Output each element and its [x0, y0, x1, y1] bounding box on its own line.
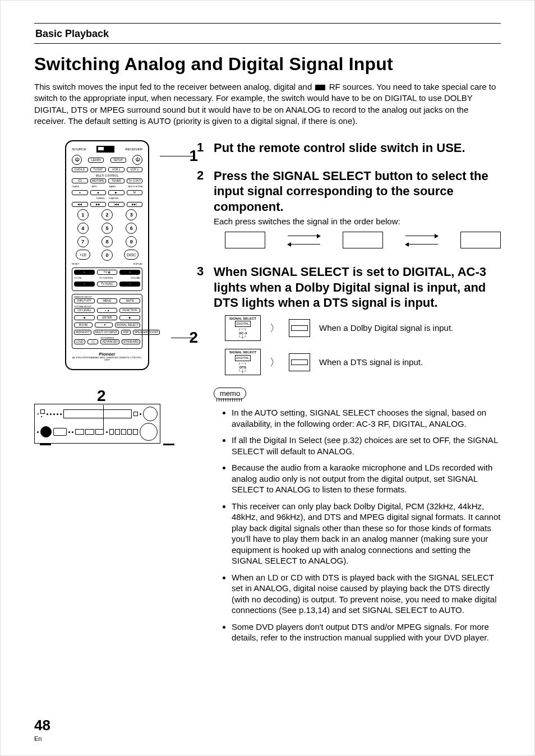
- indicator-ac3-label: AC-3: [227, 331, 259, 335]
- multi-ch-input-button: MULTI CH INPUT: [94, 330, 119, 335]
- learning-button: LEARN: [88, 158, 104, 163]
- num-6-button: 6: [126, 223, 137, 234]
- memo-item: In the AUTO setting, SIGNAL SELECT choos…: [232, 407, 501, 429]
- play-button: ▶: [108, 190, 124, 195]
- receiver-feet: [34, 444, 180, 445]
- nav-up-button: + ▲: [97, 308, 118, 313]
- rec-button: ●: [72, 190, 88, 195]
- mute-button: MUTE: [119, 298, 140, 303]
- indicator-digital-label-2: DIGITAL: [235, 355, 251, 361]
- dolby-button: ▯▯: [87, 339, 99, 344]
- memo-item: When an LD or CD with DTS is played back…: [232, 572, 501, 616]
- speaker-icon: [289, 319, 310, 337]
- indicator-signal-select-label: SIGNAL SELECT: [227, 317, 259, 321]
- tv-control-label: TV CONTROL: [99, 277, 114, 279]
- num-8-button: 8: [102, 236, 113, 247]
- memo-item: If all the Digital In Select (see p.32) …: [232, 435, 501, 457]
- step-3-number: 3: [197, 264, 207, 649]
- receiver-button-group: [53, 428, 67, 436]
- cycle-arrows-1: [288, 232, 320, 248]
- indicator-dts-text: When a DTS signal is input.: [319, 357, 501, 368]
- receiver-select-buttons: [109, 429, 139, 435]
- section-heading: Basic Playback: [34, 28, 501, 43]
- nav-right-button: ▶: [119, 315, 140, 320]
- indicator-dolby-text: When a Dolby Digital signal is input.: [319, 322, 501, 334]
- plus10-button: +10: [76, 250, 90, 260]
- intro-text-pre: This switch moves the input fed to the r…: [34, 82, 314, 91]
- step-3-heading: When SIGNAL SELECT is set to DIGITAL, AC…: [214, 264, 501, 311]
- rule-mid: [34, 43, 501, 44]
- mpx-label: MPX: [92, 186, 97, 188]
- signal-select-button: SIGNAL SELECT: [115, 322, 140, 328]
- rew-button: ◀◀: [72, 202, 88, 207]
- step-1-heading: Put the remote control slide switch in U…: [214, 140, 501, 156]
- menu-button: MENU: [97, 298, 118, 303]
- vcr2-button: VCR 2: [127, 167, 143, 172]
- power-source-button: ⏻: [72, 155, 82, 165]
- num-0-button: 0: [102, 250, 113, 261]
- receiver-mode-buttons: [75, 429, 104, 435]
- page-number: 48: [34, 717, 50, 734]
- remote-illustration: 1 2 SOURCE RECEIVER ⏻ LEARN SETUP ⏻: [34, 140, 180, 370]
- pointer-icon: 〉: [270, 356, 280, 369]
- disc-button: DISC: [124, 250, 139, 260]
- dolby-rf-icon: [315, 85, 325, 90]
- memo-item: Some DVD players don't output DTS and/or…: [232, 621, 501, 643]
- station-label: STATION: [109, 197, 118, 200]
- receiver-display: [63, 409, 132, 418]
- input-att-button: INPUT ATT: [74, 298, 95, 303]
- step-1-number: 1: [197, 140, 207, 158]
- memo-list: In the AUTO setting, SIGNAL SELECT choos…: [214, 407, 501, 643]
- receiver-volume-knob: [143, 407, 158, 421]
- tuner-button: TUNER: [108, 178, 124, 183]
- num-9-button: 9: [126, 236, 137, 247]
- nav-left-button: ◀: [74, 315, 95, 320]
- num-5-button: 5: [102, 223, 113, 234]
- cycle-state-1: [225, 232, 265, 248]
- page-title: Switching Analog and Digital Signal Inpu…: [34, 54, 501, 75]
- cycle-arrows-2: [405, 232, 438, 248]
- tv-sat-button: TV/SAT: [90, 167, 107, 172]
- receiver-illustration: 2 𝘗 ⚫︎: [34, 404, 180, 445]
- band-label: BAND: [109, 186, 116, 188]
- md-tape-button: MD/TAPE: [90, 178, 107, 183]
- tuning-label: TUNING: [96, 197, 104, 200]
- midnight-button: MIDNIGHT: [74, 330, 91, 335]
- remote-setup-button: SETUP: [110, 158, 126, 163]
- leader-line-2: [171, 338, 193, 338]
- prev-button: |◀◀: [108, 202, 124, 207]
- leader-line-1: [160, 156, 193, 156]
- memo-badge: memo: [214, 388, 246, 399]
- intro-paragraph: This switch moves the input fed to the r…: [34, 81, 501, 127]
- power-receiver-button: ⏻: [132, 155, 142, 165]
- speaker-boost-button: SPEAKER BOOST: [133, 330, 160, 335]
- rf-att-label: RF ATT: [72, 263, 79, 265]
- stop-button: ■: [90, 190, 107, 195]
- dvd-ld-button: DVD/LD: [72, 167, 88, 172]
- tv-vol-down-button: −: [74, 282, 95, 287]
- ff-button: ▶▶: [90, 202, 107, 207]
- nav-down-button: − ▼: [95, 322, 113, 328]
- indicator-dts-label: DTS: [227, 366, 259, 370]
- multi-room-label: MULTI ROOM: [128, 186, 142, 188]
- step-2-number: 2: [197, 168, 207, 255]
- tv-power-button: TV ⏻: [97, 270, 118, 275]
- indicator-ac3-panel: SIGNAL SELECT DIGITAL ╭─╮ AC-3 ╰┼╯: [225, 315, 261, 342]
- receiver-input-knob: [40, 426, 52, 437]
- standard-button: STANDARD: [122, 339, 140, 344]
- volume-label: VOLUME: [131, 277, 140, 279]
- remote-slide-switch: [96, 146, 114, 153]
- dsp-button: DSP: [121, 330, 130, 335]
- memo-item: Because the audio from a karaoke microph…: [232, 462, 501, 495]
- m-button: M: [127, 190, 143, 195]
- receiver-small-button: [133, 412, 138, 416]
- cycle-state-2: [343, 232, 383, 248]
- volume-up-button: ＋: [119, 270, 140, 275]
- indicator-digital-label: DIGITAL: [235, 321, 251, 327]
- function-button: FUNCTION: [119, 308, 140, 313]
- next-button: ▶▶|: [127, 202, 143, 207]
- tv-cont-button: TV CONT: [127, 178, 143, 183]
- num-4-button: 4: [77, 223, 89, 234]
- remote-receiver-label: RECEIVER: [125, 147, 142, 151]
- multi-control-label: MULTI CONTROL: [72, 174, 142, 177]
